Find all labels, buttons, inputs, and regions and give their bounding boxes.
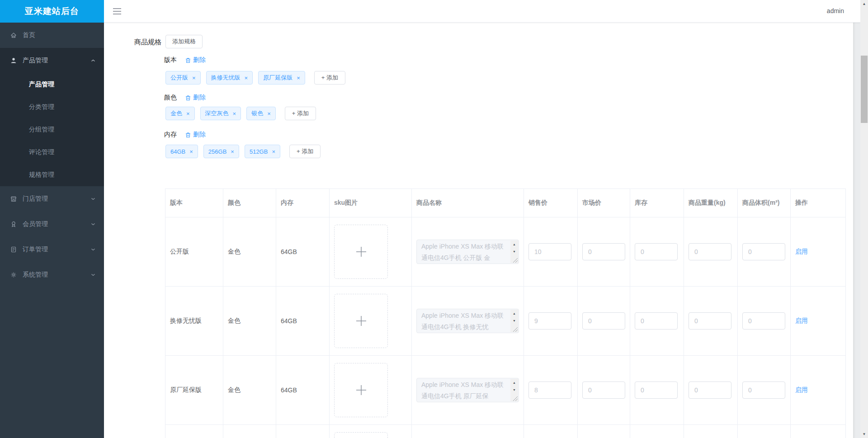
product-name-textarea[interactable]: Apple iPhone XS Max 移动联通电信4G手机 换修无忧 ▲ ▼ bbox=[416, 309, 519, 333]
enable-link[interactable]: 启用 bbox=[795, 386, 808, 394]
spec-tag[interactable]: 公开版× bbox=[165, 71, 201, 85]
tag-label: 金色 bbox=[170, 109, 182, 118]
close-icon[interactable]: × bbox=[272, 149, 275, 155]
volume-input[interactable] bbox=[742, 243, 785, 260]
product-name-textarea[interactable]: Apple iPhone XS Max 移动联通电信4G手机 原厂延保 ▲ ▼ bbox=[416, 378, 519, 402]
sidebar-subitem-comment-management[interactable]: 评论管理 bbox=[0, 141, 104, 164]
badge-icon bbox=[10, 221, 17, 228]
hamburger-menu-icon[interactable] bbox=[113, 8, 121, 14]
close-icon[interactable]: × bbox=[186, 111, 190, 117]
cell-market-price bbox=[578, 425, 630, 438]
weight-input[interactable] bbox=[689, 243, 731, 260]
window-scrollbar[interactable]: ▲ ▼ bbox=[860, 0, 868, 438]
sidebar-item-home[interactable]: 首页 bbox=[0, 23, 104, 48]
spec-tag[interactable]: 512GB× bbox=[245, 145, 280, 158]
stock-input[interactable] bbox=[635, 381, 678, 399]
sidebar: 亚米建站后台 首页 产品管理 产品管理 分类管理 分组管理 评论管理 规格管理 … bbox=[0, 0, 104, 438]
enable-link[interactable]: 启用 bbox=[795, 248, 808, 256]
spec-tag[interactable]: 深空灰色× bbox=[200, 107, 241, 120]
sidebar-subitem-group-management[interactable]: 分组管理 bbox=[0, 118, 104, 141]
sale-price-input[interactable] bbox=[528, 243, 571, 260]
close-icon[interactable]: × bbox=[297, 75, 300, 81]
sidebar-subitem-category-management[interactable]: 分类管理 bbox=[0, 96, 104, 118]
spec-group-version-tags: 公开版× 换修无忧版× 原厂延保版× + 添加 bbox=[165, 71, 345, 85]
cell-sku-image bbox=[330, 425, 412, 438]
plus-icon bbox=[354, 313, 369, 329]
product-name-text: Apple iPhone XS Max 移动联通电信4G手机 原厂延保 bbox=[421, 381, 504, 400]
delete-spec-link[interactable]: 删除 bbox=[185, 131, 206, 139]
scroll-down-icon[interactable]: ▼ bbox=[510, 248, 518, 255]
sidebar-subitem-spec-management[interactable]: 规格管理 bbox=[0, 164, 104, 186]
sidebar-item-store-management[interactable]: 门店管理 bbox=[0, 186, 104, 212]
image-upload-button[interactable] bbox=[334, 432, 388, 438]
volume-input[interactable] bbox=[742, 381, 785, 399]
col-header-memory: 内存 bbox=[276, 189, 330, 217]
sidebar-item-system-management[interactable]: 系统管理 bbox=[0, 262, 104, 287]
sale-price-input[interactable] bbox=[528, 381, 571, 399]
stock-input[interactable] bbox=[635, 243, 678, 260]
close-icon[interactable]: × bbox=[267, 111, 271, 117]
scrollbar-down-icon[interactable]: ▼ bbox=[860, 430, 868, 438]
spec-tag[interactable]: 64GB× bbox=[165, 145, 198, 158]
spec-tag[interactable]: 256GB× bbox=[203, 145, 239, 158]
home-icon bbox=[10, 32, 17, 39]
tag-label: 银色 bbox=[251, 109, 263, 118]
spec-tag[interactable]: 换修无忧版× bbox=[206, 71, 253, 85]
sidebar-item-product-management[interactable]: 产品管理 bbox=[0, 48, 104, 73]
close-icon[interactable]: × bbox=[189, 149, 193, 155]
scrollbar-up-icon[interactable]: ▲ bbox=[860, 0, 868, 8]
product-name-text: Apple iPhone XS Max 移动联通电信4G手机 换修无忧 bbox=[421, 312, 504, 330]
resize-grip-icon[interactable] bbox=[513, 258, 518, 263]
weight-input[interactable] bbox=[689, 312, 731, 330]
cell-weight bbox=[684, 217, 738, 287]
sidebar-subitem-product-management[interactable]: 产品管理 bbox=[0, 73, 104, 96]
cell-sku-image bbox=[330, 287, 412, 356]
sidebar-item-order-management[interactable]: 订单管理 bbox=[0, 237, 104, 262]
table-header-row: 版本 颜色 内存 sku图片 商品名称 销售价 市场价 库存 商品重量(kg) … bbox=[165, 189, 846, 217]
cell-weight bbox=[684, 287, 738, 356]
stock-input[interactable] bbox=[635, 312, 678, 330]
spec-tag[interactable]: 金色× bbox=[165, 107, 195, 120]
col-header-product-name: 商品名称 bbox=[412, 189, 524, 217]
volume-input[interactable] bbox=[742, 312, 785, 330]
admin-user-menu[interactable]: admin bbox=[827, 7, 844, 14]
market-price-input[interactable] bbox=[582, 381, 625, 399]
close-icon[interactable]: × bbox=[233, 111, 236, 117]
cell-version: 换修无忧版 bbox=[165, 287, 223, 356]
close-icon[interactable]: × bbox=[192, 75, 196, 81]
scroll-down-icon[interactable]: ▼ bbox=[510, 386, 518, 393]
weight-input[interactable] bbox=[689, 381, 731, 399]
image-upload-button[interactable] bbox=[334, 363, 388, 417]
trash-icon bbox=[185, 57, 191, 64]
add-spec-button[interactable]: 添加规格 bbox=[165, 35, 203, 48]
market-price-input[interactable] bbox=[582, 243, 625, 260]
resize-grip-icon[interactable] bbox=[513, 396, 518, 401]
spec-tag[interactable]: 原厂延保版× bbox=[258, 71, 305, 85]
add-tag-button[interactable]: + 添加 bbox=[285, 107, 316, 120]
image-upload-button[interactable] bbox=[334, 294, 388, 348]
sidebar-item-label: 会员管理 bbox=[23, 220, 48, 228]
delete-spec-link[interactable]: 删除 bbox=[185, 56, 206, 64]
cell-memory: 64GB bbox=[276, 287, 330, 356]
delete-spec-link[interactable]: 删除 bbox=[185, 94, 206, 102]
spec-tag[interactable]: 银色× bbox=[246, 107, 276, 120]
col-header-market-price: 市场价 bbox=[578, 189, 630, 217]
market-price-input[interactable] bbox=[582, 312, 625, 330]
close-icon[interactable]: × bbox=[231, 149, 234, 155]
product-name-textarea[interactable]: Apple iPhone XS Max 移动联通电信4G手机 公开版 金 ▲ ▼ bbox=[416, 240, 519, 264]
sale-price-input[interactable] bbox=[528, 312, 571, 330]
scroll-down-icon[interactable]: ▼ bbox=[510, 317, 518, 324]
col-header-volume: 商品体积(m³) bbox=[738, 189, 791, 217]
tag-label: 64GB bbox=[170, 148, 185, 155]
delete-label: 删除 bbox=[193, 94, 206, 102]
resize-grip-icon[interactable] bbox=[513, 327, 518, 332]
app-logo: 亚米建站后台 bbox=[0, 0, 104, 23]
tag-label: 原厂延保版 bbox=[263, 74, 292, 82]
sidebar-item-member-management[interactable]: 会员管理 bbox=[0, 212, 104, 237]
image-upload-button[interactable] bbox=[334, 225, 388, 279]
scrollbar-thumb[interactable] bbox=[861, 56, 868, 123]
close-icon[interactable]: × bbox=[245, 75, 248, 81]
add-tag-button[interactable]: + 添加 bbox=[289, 145, 321, 158]
enable-link[interactable]: 启用 bbox=[795, 317, 808, 325]
add-tag-button[interactable]: + 添加 bbox=[314, 71, 345, 85]
